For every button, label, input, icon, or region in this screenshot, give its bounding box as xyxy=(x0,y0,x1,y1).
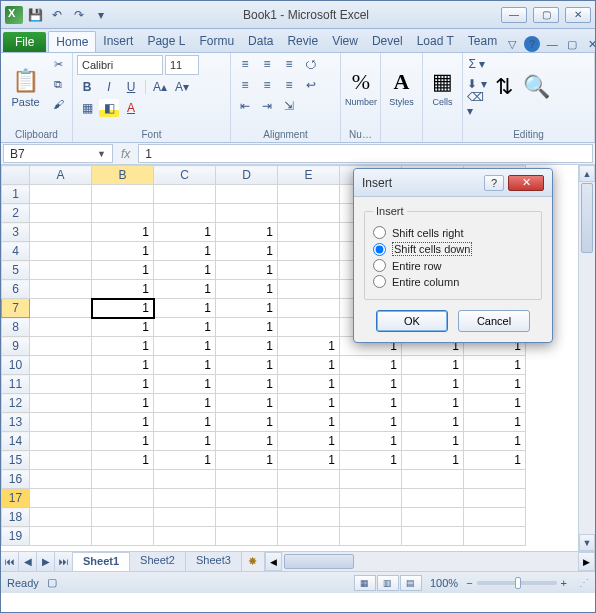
col-header-B[interactable]: B xyxy=(92,166,154,185)
row-header-15[interactable]: 15 xyxy=(2,451,30,470)
font-name-combo[interactable] xyxy=(77,55,163,75)
cell-B5[interactable]: 1 xyxy=(92,261,154,280)
scroll-left-button[interactable]: ◀ xyxy=(265,552,282,571)
cell-C5[interactable]: 1 xyxy=(154,261,216,280)
indent-button[interactable]: ⇥ xyxy=(257,97,277,115)
sort-filter-button[interactable]: ⇅ xyxy=(489,55,519,121)
cancel-button[interactable]: Cancel xyxy=(458,310,530,332)
ok-button[interactable]: OK xyxy=(376,310,448,332)
cells-button[interactable]: ▦Cells xyxy=(427,55,458,121)
cell-C6[interactable]: 1 xyxy=(154,280,216,299)
cell-F14[interactable]: 1 xyxy=(340,432,402,451)
row-header-3[interactable]: 3 xyxy=(2,223,30,242)
cell-G19[interactable] xyxy=(402,527,464,546)
cell-E8[interactable] xyxy=(278,318,340,337)
cell-H13[interactable]: 1 xyxy=(464,413,526,432)
col-header-D[interactable]: D xyxy=(216,166,278,185)
zoom-in-button[interactable]: + xyxy=(561,577,567,589)
sheet-tab-sheet3[interactable]: Sheet3 xyxy=(186,552,242,571)
cell-C8[interactable]: 1 xyxy=(154,318,216,337)
cell-B2[interactable] xyxy=(92,204,154,223)
cell-D3[interactable]: 1 xyxy=(216,223,278,242)
row-header-17[interactable]: 17 xyxy=(2,489,30,508)
number-format-button[interactable]: %Number xyxy=(345,55,377,121)
bold-button[interactable]: B xyxy=(77,78,97,96)
dialog-close-button[interactable]: ✕ xyxy=(508,175,544,191)
cell-A15[interactable] xyxy=(30,451,92,470)
row-header-7[interactable]: 7 xyxy=(2,299,30,318)
cell-A18[interactable] xyxy=(30,508,92,527)
ribbon-expand-icon[interactable]: ▽ xyxy=(504,36,520,52)
cell-C19[interactable] xyxy=(154,527,216,546)
cell-F13[interactable]: 1 xyxy=(340,413,402,432)
cell-A1[interactable] xyxy=(30,185,92,204)
cell-C15[interactable]: 1 xyxy=(154,451,216,470)
vscroll-thumb[interactable] xyxy=(581,183,593,253)
cell-H17[interactable] xyxy=(464,489,526,508)
cell-B11[interactable]: 1 xyxy=(92,375,154,394)
zoom-slider[interactable]: − + xyxy=(466,577,567,589)
row-header-19[interactable]: 19 xyxy=(2,527,30,546)
cell-A5[interactable] xyxy=(30,261,92,280)
col-header-C[interactable]: C xyxy=(154,166,216,185)
cell-F19[interactable] xyxy=(340,527,402,546)
align-bottom-button[interactable]: ≡ xyxy=(279,55,299,73)
cell-C12[interactable]: 1 xyxy=(154,394,216,413)
cell-E12[interactable]: 1 xyxy=(278,394,340,413)
insert-radio-0[interactable] xyxy=(373,226,386,239)
cell-D18[interactable] xyxy=(216,508,278,527)
cell-H11[interactable]: 1 xyxy=(464,375,526,394)
save-button[interactable]: 💾 xyxy=(25,5,45,25)
row-header-13[interactable]: 13 xyxy=(2,413,30,432)
tab-home[interactable]: Home xyxy=(48,31,96,52)
cell-B3[interactable]: 1 xyxy=(92,223,154,242)
cell-H14[interactable]: 1 xyxy=(464,432,526,451)
fill-color-button[interactable]: ◧ xyxy=(99,99,119,117)
cell-A8[interactable] xyxy=(30,318,92,337)
cell-C3[interactable]: 1 xyxy=(154,223,216,242)
workbook-minimize-button[interactable]: — xyxy=(544,36,560,52)
file-tab[interactable]: File xyxy=(3,32,46,52)
maximize-button[interactable]: ▢ xyxy=(533,7,559,23)
cell-E13[interactable]: 1 xyxy=(278,413,340,432)
cell-B6[interactable]: 1 xyxy=(92,280,154,299)
insert-option-2[interactable]: Entire row xyxy=(373,259,533,272)
tab-pagel[interactable]: Page L xyxy=(140,31,192,52)
font-size-combo[interactable] xyxy=(165,55,199,75)
row-header-16[interactable]: 16 xyxy=(2,470,30,489)
cell-F16[interactable] xyxy=(340,470,402,489)
sheet-nav-prev[interactable]: ◀ xyxy=(19,552,37,571)
cell-G11[interactable]: 1 xyxy=(402,375,464,394)
cell-C2[interactable] xyxy=(154,204,216,223)
cell-B4[interactable]: 1 xyxy=(92,242,154,261)
cell-D10[interactable]: 1 xyxy=(216,356,278,375)
cell-B8[interactable]: 1 xyxy=(92,318,154,337)
view-normal-button[interactable]: ▦ xyxy=(354,575,376,591)
cell-E5[interactable] xyxy=(278,261,340,280)
name-box[interactable]: B7 ▼ xyxy=(3,144,113,163)
cell-B13[interactable]: 1 xyxy=(92,413,154,432)
cell-C13[interactable]: 1 xyxy=(154,413,216,432)
cell-D9[interactable]: 1 xyxy=(216,337,278,356)
find-select-button[interactable]: 🔍 xyxy=(521,55,551,121)
insert-radio-3[interactable] xyxy=(373,275,386,288)
cell-F18[interactable] xyxy=(340,508,402,527)
copy-button[interactable]: ⧉ xyxy=(48,75,68,93)
cell-B12[interactable]: 1 xyxy=(92,394,154,413)
cell-C17[interactable] xyxy=(154,489,216,508)
format-painter-button[interactable]: 🖌 xyxy=(48,95,68,113)
zoom-out-button[interactable]: − xyxy=(466,577,472,589)
cell-B9[interactable]: 1 xyxy=(92,337,154,356)
macro-record-icon[interactable]: ▢ xyxy=(47,576,57,589)
font-shrink-button[interactable]: A▾ xyxy=(172,78,192,96)
row-header-2[interactable]: 2 xyxy=(2,204,30,223)
cell-D15[interactable]: 1 xyxy=(216,451,278,470)
font-color-button[interactable]: A xyxy=(121,99,141,117)
name-box-dropdown-icon[interactable]: ▼ xyxy=(97,149,106,159)
tab-team[interactable]: Team xyxy=(461,31,504,52)
cell-E2[interactable] xyxy=(278,204,340,223)
underline-button[interactable]: U xyxy=(121,78,141,96)
cell-F12[interactable]: 1 xyxy=(340,394,402,413)
sheet-nav-last[interactable]: ⏭ xyxy=(55,552,73,571)
insert-radio-1[interactable] xyxy=(373,243,386,256)
